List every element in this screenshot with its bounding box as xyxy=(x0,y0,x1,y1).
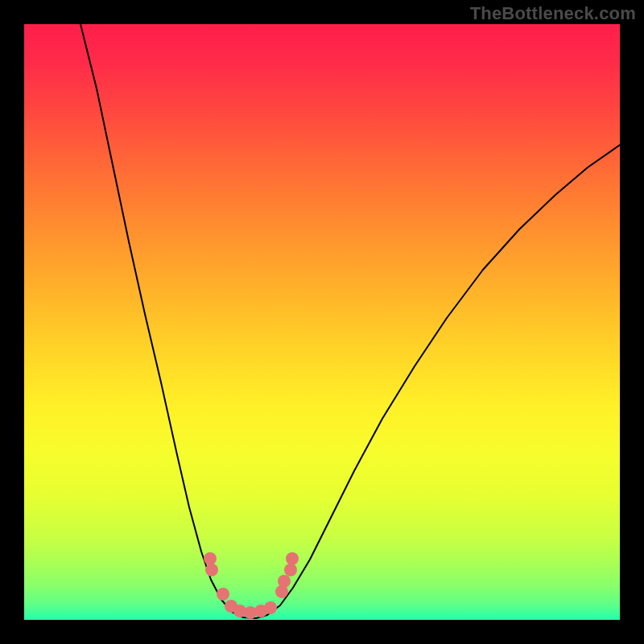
curve-marker xyxy=(264,601,277,614)
plot-area xyxy=(24,24,620,620)
curve-marker xyxy=(205,564,218,576)
curve-marker xyxy=(284,564,297,576)
curve-marker xyxy=(286,552,299,565)
gradient-background xyxy=(24,24,620,620)
watermark-text: TheBottleneck.com xyxy=(470,3,636,24)
curve-marker xyxy=(217,588,229,601)
chart-svg xyxy=(24,24,620,620)
chart-frame: TheBottleneck.com xyxy=(0,0,644,644)
curve-marker xyxy=(204,552,217,565)
curve-marker xyxy=(278,575,291,588)
